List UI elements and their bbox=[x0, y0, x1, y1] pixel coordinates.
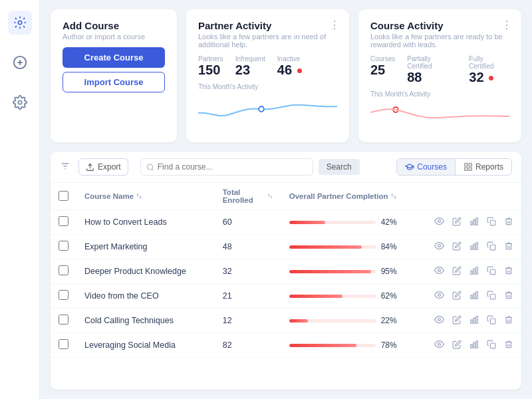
partner-activity-title: Partner Activity bbox=[198, 20, 337, 31]
sidebar-item-settings[interactable] bbox=[8, 90, 32, 114]
view-icon-3[interactable] bbox=[434, 265, 444, 277]
progress-fill-4 bbox=[289, 295, 343, 298]
search-button[interactable]: Search bbox=[319, 159, 360, 175]
export-button[interactable]: Export bbox=[78, 158, 128, 176]
svg-point-11 bbox=[147, 164, 152, 169]
row-checkbox-5[interactable] bbox=[59, 315, 68, 325]
svg-point-5 bbox=[259, 106, 264, 112]
sidebar bbox=[0, 0, 40, 399]
stats-icon-3[interactable] bbox=[469, 266, 479, 277]
svg-point-0 bbox=[18, 21, 22, 25]
copy-icon-1[interactable] bbox=[487, 217, 496, 228]
delete-icon-2[interactable] bbox=[504, 241, 513, 253]
row-checkbox-6[interactable] bbox=[59, 339, 68, 349]
reports-icon bbox=[464, 162, 473, 172]
table-scroll: Course Name Total Enrolled bbox=[51, 183, 521, 390]
edit-icon-5[interactable] bbox=[452, 315, 462, 327]
col-header-name[interactable]: Course Name bbox=[84, 192, 142, 200]
view-icon-5[interactable] bbox=[434, 315, 444, 327]
row-actions-3 bbox=[434, 265, 513, 277]
export-icon bbox=[86, 163, 94, 172]
edit-icon-4[interactable] bbox=[452, 291, 462, 302]
course-activity-card: ⋮ Course Activity Looks like a few partn… bbox=[358, 9, 521, 142]
course-stats-row: Courses 25 Partially Certified 88 Fully … bbox=[370, 55, 509, 85]
svg-point-4 bbox=[18, 100, 22, 104]
course-chart-label: This Month's Activity bbox=[370, 90, 509, 98]
table-header: Course Name Total Enrolled bbox=[51, 183, 521, 210]
partner-activity-chart bbox=[198, 93, 337, 122]
copy-icon-6[interactable] bbox=[487, 340, 496, 351]
delete-icon-5[interactable] bbox=[504, 315, 513, 327]
courses-view-button[interactable]: Courses bbox=[397, 159, 456, 175]
row-actions-6 bbox=[434, 339, 513, 351]
row-checkbox-2[interactable] bbox=[59, 241, 68, 251]
svg-rect-41 bbox=[490, 319, 495, 324]
view-icon-6[interactable] bbox=[434, 339, 444, 351]
cell-name-4: Video from the CEO bbox=[76, 284, 215, 309]
edit-icon-1[interactable] bbox=[452, 217, 462, 228]
view-icon-4[interactable] bbox=[434, 290, 444, 302]
progress-bg-6 bbox=[289, 344, 376, 347]
pct-label-1: 42% bbox=[381, 217, 402, 227]
add-course-title: Add Course bbox=[63, 20, 165, 31]
svg-rect-19 bbox=[473, 219, 475, 225]
sidebar-item-ai[interactable] bbox=[8, 11, 32, 35]
import-course-button[interactable]: Import Course bbox=[63, 72, 165, 92]
row-checkbox-4[interactable] bbox=[59, 290, 68, 300]
stats-icon-6[interactable] bbox=[469, 340, 479, 351]
stats-icon-1[interactable] bbox=[469, 217, 479, 228]
progress-fill-2 bbox=[289, 245, 362, 249]
sidebar-item-add[interactable] bbox=[8, 51, 32, 74]
svg-rect-13 bbox=[465, 164, 467, 166]
view-icon-2[interactable] bbox=[434, 241, 444, 253]
row-checkbox-1[interactable] bbox=[59, 216, 68, 226]
stat-fully-certified: Fully Certified 32 bbox=[469, 55, 509, 85]
delete-icon-3[interactable] bbox=[504, 266, 513, 277]
svg-rect-38 bbox=[471, 320, 472, 323]
delete-icon-4[interactable] bbox=[504, 291, 513, 302]
svg-rect-29 bbox=[473, 269, 475, 274]
reports-view-button[interactable]: Reports bbox=[456, 159, 511, 175]
delete-icon-6[interactable] bbox=[504, 340, 513, 351]
cards-row: Add Course Author or import a course Cre… bbox=[40, 0, 532, 152]
copy-icon-5[interactable] bbox=[487, 315, 496, 327]
cell-enrolled-2: 48 bbox=[215, 235, 281, 259]
cell-completion-4: 62% bbox=[281, 284, 426, 309]
copy-icon-3[interactable] bbox=[487, 266, 496, 277]
row-checkbox-3[interactable] bbox=[59, 265, 68, 275]
svg-point-27 bbox=[438, 269, 441, 272]
edit-icon-2[interactable] bbox=[452, 241, 462, 253]
partner-activity-card: ⋮ Partner Activity Looks like a few part… bbox=[186, 9, 349, 142]
svg-rect-45 bbox=[476, 340, 477, 348]
copy-icon-4[interactable] bbox=[487, 291, 496, 302]
search-wrap bbox=[140, 158, 313, 176]
delete-icon-1[interactable] bbox=[504, 217, 513, 228]
select-all-checkbox[interactable] bbox=[59, 191, 68, 201]
svg-point-42 bbox=[438, 343, 441, 346]
view-icon-1[interactable] bbox=[434, 216, 444, 228]
col-header-completion[interactable]: Overall Partner Completion bbox=[289, 192, 397, 200]
course-activity-title: Course Activity bbox=[370, 20, 509, 31]
col-header-enrolled[interactable]: Total Enrolled bbox=[223, 188, 273, 204]
cell-name-3: Deeper Product Knowledge bbox=[76, 259, 215, 284]
course-activity-menu[interactable]: ⋮ bbox=[501, 19, 512, 31]
partner-activity-menu[interactable]: ⋮ bbox=[329, 19, 340, 31]
stat-infrequent: Infrequent 23 bbox=[235, 55, 265, 78]
stats-icon-5[interactable] bbox=[469, 315, 479, 327]
progress-fill-3 bbox=[289, 270, 372, 273]
cell-enrolled-5: 12 bbox=[215, 309, 281, 333]
svg-rect-35 bbox=[476, 291, 477, 299]
svg-point-22 bbox=[438, 245, 441, 247]
create-course-button[interactable]: Create Course bbox=[63, 47, 165, 68]
cell-name-1: How to Convert Leads bbox=[76, 210, 215, 235]
table-toolbar: Export Search Courses bbox=[51, 152, 521, 183]
filter-icon[interactable] bbox=[60, 161, 70, 174]
search-input[interactable] bbox=[158, 162, 307, 172]
stats-icon-4[interactable] bbox=[469, 291, 479, 302]
edit-icon-6[interactable] bbox=[452, 340, 462, 351]
partner-chart-label: This Month's Activity bbox=[198, 83, 337, 90]
svg-rect-31 bbox=[490, 269, 495, 275]
edit-icon-3[interactable] bbox=[452, 266, 462, 277]
stats-icon-2[interactable] bbox=[469, 241, 479, 253]
copy-icon-2[interactable] bbox=[487, 241, 496, 253]
